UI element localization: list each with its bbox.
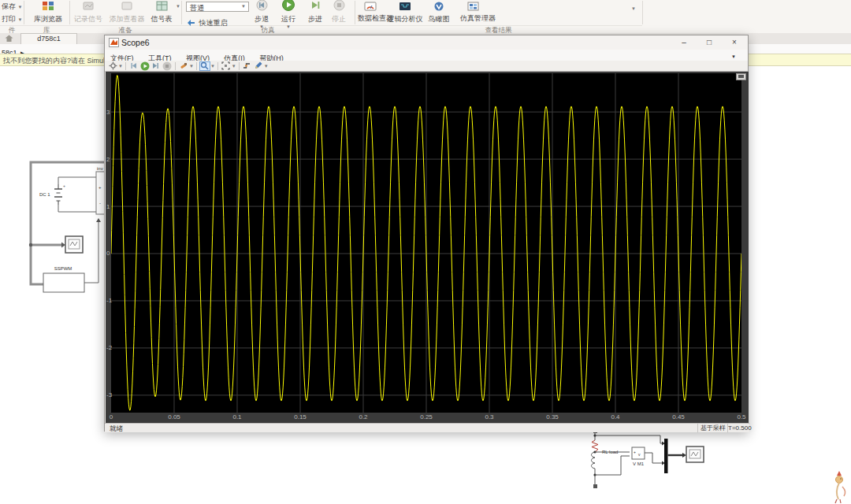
step-back-icon[interactable] [128, 61, 139, 71]
toolbar-separator [217, 62, 218, 70]
svg-text:+: + [98, 185, 102, 190]
y-tick-label: -2 [106, 344, 112, 351]
x-tick-label: 0.1 [229, 413, 245, 421]
scope-window: Scope6 – □ × 文件(F) 工具(T) 视图(V) 仿真(I) 帮助(… [104, 35, 749, 432]
scope-title-bar[interactable]: Scope6 – □ × [105, 35, 748, 50]
dc-wire[interactable] [58, 177, 96, 212]
ribbon-separator [642, 1, 643, 24]
chevron-down-icon[interactable]: ▼ [189, 64, 194, 69]
log-signals-button[interactable]: 记录信号 [71, 0, 106, 24]
x-tick-label: 0.05 [166, 413, 182, 421]
close-button[interactable]: × [726, 35, 743, 49]
sim-manager-icon [467, 2, 479, 11]
zoom-tool-icon[interactable] [199, 61, 210, 71]
wire-junction [29, 243, 32, 246]
ribbon-overflow-button[interactable]: ▼ [631, 6, 636, 11]
x-tick-label: 0.3 [481, 413, 497, 421]
chevron-down-icon[interactable]: ▼ [210, 64, 215, 69]
svg-text:-: - [99, 201, 101, 206]
y-tick-label: -1 [106, 297, 112, 304]
data-inspector-icon [364, 2, 377, 11]
signal-wire[interactable] [645, 453, 662, 463]
gate-wire[interactable] [84, 220, 98, 283]
library-browser-button[interactable]: 库浏览器 [30, 0, 66, 24]
ribbon-separator [355, 1, 355, 24]
y-tick-label: -3 [106, 391, 112, 398]
scope-menu-bar: 文件(F) 工具(T) 视图(V) 仿真(I) 帮助(H) ▼ [105, 50, 748, 61]
x-tick-label: 0.2 [355, 413, 371, 421]
ribbon-separator [69, 1, 70, 24]
minimize-button[interactable]: – [675, 35, 693, 49]
run-icon [282, 0, 295, 11]
chevron-down-icon[interactable]: ▼ [232, 64, 236, 69]
mux-block[interactable] [664, 439, 668, 473]
model-diagram-right: RL load + v V M1 [583, 429, 729, 504]
toolbar-separator [125, 62, 126, 70]
wire-arrow-icon [96, 218, 101, 222]
measurements-icon[interactable] [253, 61, 264, 71]
add-viewer-icon [121, 1, 133, 11]
sim-mode-select[interactable]: 普通 ▼ [186, 2, 249, 12]
voltage-measurement-block[interactable]: + v V M1 [632, 447, 645, 466]
step-back-button[interactable]: 步退 ▼ [251, 0, 273, 29]
run-button[interactable]: 运行 ▼ [277, 0, 299, 29]
x-tick-label: 0.15 [292, 413, 308, 421]
fit-axes-icon[interactable] [221, 61, 232, 71]
scope-waveform [111, 73, 741, 413]
tab-model[interactable]: d758c1 [20, 33, 77, 44]
y-tick-label: 1 [106, 203, 110, 210]
toolbar-separator [239, 62, 240, 70]
print-button[interactable]: 打印 ▼ [2, 14, 22, 24]
signal-wire[interactable] [595, 456, 630, 475]
svg-text:+: + [63, 183, 65, 188]
model-diagram-left: + DC 1 inv + - SSPWM [24, 151, 112, 302]
scope-block[interactable] [686, 447, 704, 462]
watermark-figure [818, 469, 851, 504]
scope-plot-area: 3210-1-2-3 00.050.10.150.20.250.30.350.4… [106, 72, 749, 423]
save-button[interactable]: 保存 ▼ [2, 2, 22, 12]
svg-text:inv: inv [97, 166, 103, 171]
x-tick-label: 0.4 [608, 413, 623, 421]
status-sim-time: T=0.500 [727, 424, 749, 432]
home-icon[interactable] [5, 35, 13, 43]
toolbar-separator [196, 62, 197, 70]
sspwm-block[interactable]: SSPWM [43, 266, 84, 292]
x-tick-label: 0 [103, 413, 119, 421]
birds-eye-icon [433, 2, 444, 11]
scope-axes[interactable] [111, 73, 741, 413]
y-tick-label: 2 [106, 156, 110, 163]
simulink-application: 保存 ▼ 打印 ▼ 件 库浏览器 库 记录信号 添加查看器 [0, 0, 851, 504]
logic-analyzer-button[interactable]: 逻辑分析仪 [386, 0, 424, 24]
dc-source-block[interactable]: + DC 1 [39, 183, 65, 205]
signal-table-button[interactable]: 信号表 [148, 0, 175, 24]
settings-gear-icon[interactable] [107, 61, 118, 71]
add-viewer-button[interactable]: 添加查看器 [106, 0, 148, 24]
scope-block[interactable] [65, 236, 83, 253]
rl-load-block[interactable]: RL load [592, 433, 619, 484]
ribbon-separator [24, 1, 24, 24]
panel-expand-button[interactable] [736, 73, 746, 80]
status-sample-mode: 基于采样 [697, 424, 728, 432]
signal-wire[interactable] [595, 435, 662, 443]
library-browser-icon [42, 1, 54, 11]
ribbon-separator [181, 1, 182, 24]
data-inspector-button[interactable]: 数据检查器 [356, 0, 385, 22]
toolbar-separator [175, 62, 176, 70]
terminal-block[interactable] [593, 484, 597, 488]
scope-window-icon [109, 38, 119, 47]
run-icon[interactable] [139, 61, 151, 71]
stop-icon[interactable] [162, 61, 173, 71]
step-forward-icon[interactable] [151, 61, 162, 71]
style-brush-icon[interactable] [178, 61, 189, 71]
prepare-more-button[interactable]: ▼ [176, 4, 180, 9]
y-tick-label: 3 [106, 109, 110, 116]
step-forward-button[interactable]: 步进 [304, 0, 326, 24]
trigger-icon[interactable] [242, 61, 253, 71]
chevron-down-icon[interactable]: ▼ [264, 64, 269, 69]
chevron-down-icon[interactable]: ▼ [118, 64, 123, 69]
stop-button[interactable]: 停止 [328, 0, 350, 24]
birds-eye-button[interactable]: 鸟瞰图 [426, 0, 452, 24]
x-tick-label: 0.35 [544, 413, 560, 421]
maximize-button[interactable]: □ [700, 35, 718, 49]
sim-manager-button[interactable]: 仿真管理器 [459, 0, 487, 22]
